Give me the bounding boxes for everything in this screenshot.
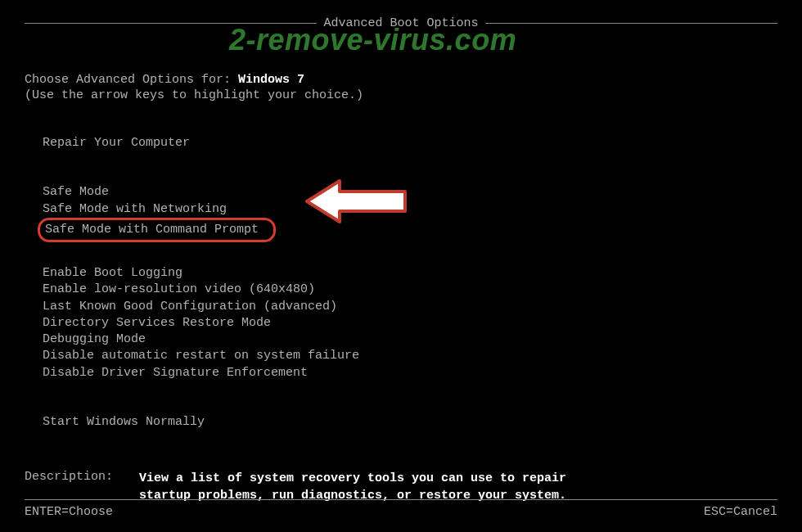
option-safe-mode-cmd[interactable]: Safe Mode with Command Prompt (43, 218, 777, 242)
option-disable-auto-restart[interactable]: Disable automatic restart on system fail… (43, 348, 777, 364)
option-disable-driver-sig[interactable]: Disable Driver Signature Enforcement (43, 365, 777, 381)
divider-right (485, 23, 777, 24)
option-safe-mode[interactable]: Safe Mode (43, 184, 777, 201)
option-group-normal: Start Windows Normally (25, 414, 777, 431)
os-name: Windows 7 (238, 73, 304, 87)
footer-enter-hint: ENTER=Choose (25, 505, 113, 519)
prompt-row: Choose Advanced Options for: Windows 7 (25, 73, 777, 87)
screen-title: Advanced Boot Options (317, 16, 484, 30)
option-safe-mode-networking[interactable]: Safe Mode with Networking (43, 201, 777, 218)
title-bar: Advanced Boot Options (25, 16, 777, 30)
prompt-label: Choose Advanced Options for: (25, 73, 238, 87)
option-group-advanced: Enable Boot Logging Enable low-resolutio… (25, 265, 777, 381)
option-group-repair: Repair Your Computer (25, 135, 777, 151)
boot-options-screen: Advanced Boot Options 2-remove-virus.com… (0, 0, 802, 532)
svg-marker-0 (307, 181, 405, 222)
option-low-res-video[interactable]: Enable low-resolution video (640x480) (43, 282, 777, 298)
option-debugging-mode[interactable]: Debugging Mode (43, 331, 777, 348)
hint-text: (Use the arrow keys to highlight your ch… (25, 88, 777, 102)
option-boot-logging[interactable]: Enable Boot Logging (43, 265, 777, 282)
divider-left (25, 23, 317, 24)
arrow-icon (303, 177, 409, 226)
footer-esc-hint: ESC=Cancel (704, 505, 777, 519)
option-start-normally[interactable]: Start Windows Normally (43, 414, 777, 431)
option-ds-restore-mode[interactable]: Directory Services Restore Mode (43, 315, 777, 331)
highlight-ring: Safe Mode with Command Prompt (38, 218, 276, 242)
footer: ENTER=Choose ESC=Cancel (25, 499, 777, 519)
option-repair-computer[interactable]: Repair Your Computer (43, 135, 777, 151)
option-last-known-good[interactable]: Last Known Good Configuration (advanced) (43, 299, 777, 315)
footer-divider (25, 499, 777, 500)
